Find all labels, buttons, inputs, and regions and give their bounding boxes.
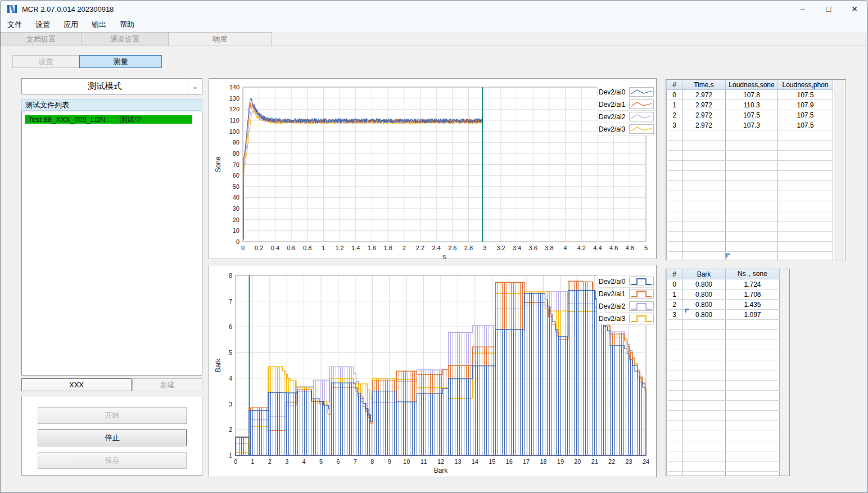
menu-item-1[interactable]: 设置 — [29, 18, 57, 31]
svg-text:1.2: 1.2 — [335, 245, 343, 251]
legend-row[interactable]: Dev2/ai3 — [597, 123, 654, 135]
loudness-time-chart[interactable]: 00.20.40.60.811.21.41.61.822.22.42.62.83… — [209, 79, 656, 259]
table-row[interactable]: 00.8001.724 — [667, 279, 780, 290]
col-header[interactable]: Ns，sone — [726, 269, 780, 279]
minimize-button[interactable]: – — [790, 1, 816, 17]
table-cell: 107.5 — [778, 110, 833, 120]
table-row[interactable]: 10.8001.706 — [667, 290, 780, 300]
app-logo-icon — [7, 4, 17, 13]
tab-2[interactable]: 响度 — [168, 32, 272, 46]
bark-table-panel: #BarkNs，sone00.8001.72410.8001.70620.800… — [666, 269, 790, 476]
legend-row[interactable]: Dev2/ai1 — [597, 288, 654, 300]
table-cell: 2.972 — [682, 90, 726, 100]
specific-loudness-chart[interactable]: 0123456789101112131415161718192021222324… — [209, 265, 656, 477]
svg-text:60: 60 — [233, 172, 239, 179]
svg-text:Bark: Bark — [434, 467, 449, 474]
svg-text:0: 0 — [236, 238, 239, 245]
legend-row[interactable]: Dev2/ai0 — [597, 86, 654, 98]
table-cell: 3 — [667, 120, 682, 130]
col-header[interactable]: # — [667, 269, 682, 279]
legend-label: Dev2/ai2 — [597, 302, 629, 310]
svg-text:24: 24 — [643, 458, 649, 465]
test-mode-value: 测试模式 — [22, 81, 188, 92]
table-row-empty — [667, 441, 780, 451]
table-row-empty — [667, 211, 833, 221]
tab-1[interactable]: 通道设置 — [81, 32, 169, 46]
list-item[interactable]: Test 88_XXX_009_LDN 测试中 — [25, 115, 192, 124]
start-button[interactable]: 开始 — [38, 407, 187, 424]
svg-text:4: 4 — [564, 245, 567, 251]
svg-text:6: 6 — [229, 323, 232, 330]
svg-text:130: 130 — [229, 95, 239, 102]
menu-item-3[interactable]: 输出 — [85, 18, 113, 31]
table-row-empty — [667, 181, 833, 191]
stop-button[interactable]: 停止 — [38, 429, 187, 446]
table-row[interactable]: 20.8001.435 — [667, 300, 780, 310]
maximize-button[interactable]: □ — [816, 1, 842, 17]
svg-text:140: 140 — [229, 84, 239, 91]
svg-text:16: 16 — [506, 458, 513, 465]
new-button[interactable]: 新建 — [132, 378, 202, 391]
svg-text:4.2: 4.2 — [577, 245, 586, 251]
legend-row[interactable]: Dev2/ai2 — [597, 111, 654, 123]
table-row[interactable]: 02.972107.8107.5 — [667, 90, 833, 100]
svg-text:5: 5 — [644, 245, 648, 251]
chart1-legend: Dev2/ai0Dev2/ai1Dev2/ai2Dev2/ai3 — [597, 86, 654, 135]
svg-text:3: 3 — [229, 401, 232, 408]
bar-sample-icon — [629, 301, 654, 311]
menu-bar: 文件设置应用输出帮助 — [1, 17, 867, 32]
xxx-button[interactable]: XXX — [21, 378, 132, 391]
close-button[interactable]: ✕ — [842, 1, 867, 17]
test-file-listbox[interactable]: Test 88_XXX_009_LDN 测试中 — [21, 111, 202, 376]
table-cell: 1.706 — [726, 290, 780, 300]
col-header[interactable]: Loudness,phon — [778, 80, 833, 90]
legend-row[interactable]: Dev2/ai3 — [597, 313, 654, 325]
table-cell: 2 — [667, 110, 682, 120]
table-row[interactable]: 32.972107.3107.5 — [667, 120, 833, 130]
save-button[interactable]: 保存 — [38, 452, 187, 469]
table-row-empty — [667, 462, 780, 472]
table-row-empty — [667, 360, 780, 370]
svg-text:Bark: Bark — [214, 358, 222, 373]
legend-row[interactable]: Dev2/ai2 — [597, 300, 654, 313]
data-table: #Time,sLoudness,soneLoudness,phon02.9721… — [666, 80, 833, 260]
tab-measure[interactable]: 测量 — [79, 55, 162, 68]
svg-text:14: 14 — [472, 458, 478, 465]
legend-label: Dev2/ai3 — [597, 315, 629, 323]
chevron-down-icon[interactable]: ⌄ — [188, 79, 202, 94]
svg-text:3.6: 3.6 — [529, 245, 537, 251]
table-row[interactable]: 22.972107.5107.5 — [667, 110, 833, 120]
svg-text:4.4: 4.4 — [593, 245, 602, 251]
table-row[interactable]: 30.8001.097 — [667, 310, 780, 320]
svg-text:1: 1 — [322, 245, 325, 251]
chart2-legend: Dev2/ai0Dev2/ai1Dev2/ai2Dev2/ai3 — [597, 275, 654, 325]
svg-text:5: 5 — [319, 458, 323, 465]
col-header[interactable]: # — [667, 80, 682, 90]
col-header[interactable]: Loudness,sone — [726, 80, 778, 90]
table-cell: 107.5 — [778, 90, 833, 100]
loudness-table-panel: #Time,sLoudness,soneLoudness,phon02.9721… — [666, 79, 846, 260]
menu-item-2[interactable]: 应用 — [57, 18, 85, 31]
window-title: MCR 2.07.0.014 202300918 — [22, 5, 114, 13]
legend-row[interactable]: Dev2/ai0 — [597, 275, 654, 288]
legend-row[interactable]: Dev2/ai1 — [597, 98, 654, 111]
table-row[interactable]: 12.972110.3107.9 — [667, 100, 833, 110]
table-cell: 0.800 — [682, 300, 726, 310]
svg-text:4.6: 4.6 — [609, 245, 618, 251]
table-row-empty — [667, 130, 833, 141]
svg-text:3.2: 3.2 — [496, 245, 505, 251]
cell-cursor-mark — [685, 309, 689, 313]
svg-text:2.2: 2.2 — [416, 245, 424, 251]
svg-text:1.4: 1.4 — [351, 245, 360, 251]
table-gutter — [834, 80, 844, 260]
app-window: MCR 2.07.0.014 202300918 – □ ✕ 文件设置应用输出帮… — [0, 0, 868, 493]
menu-item-4[interactable]: 帮助 — [113, 18, 141, 31]
col-header[interactable]: Bark — [682, 269, 726, 279]
tab-0[interactable]: 文档设置 — [1, 32, 82, 46]
tab-settings[interactable]: 设置 — [12, 55, 79, 68]
menu-item-0[interactable]: 文件 — [1, 18, 29, 31]
table-cell: 1 — [667, 100, 682, 110]
col-header[interactable]: Time,s — [682, 80, 726, 90]
table-cell: 107.9 — [778, 100, 833, 110]
test-mode-select[interactable]: 测试模式 ⌄ — [21, 78, 202, 94]
